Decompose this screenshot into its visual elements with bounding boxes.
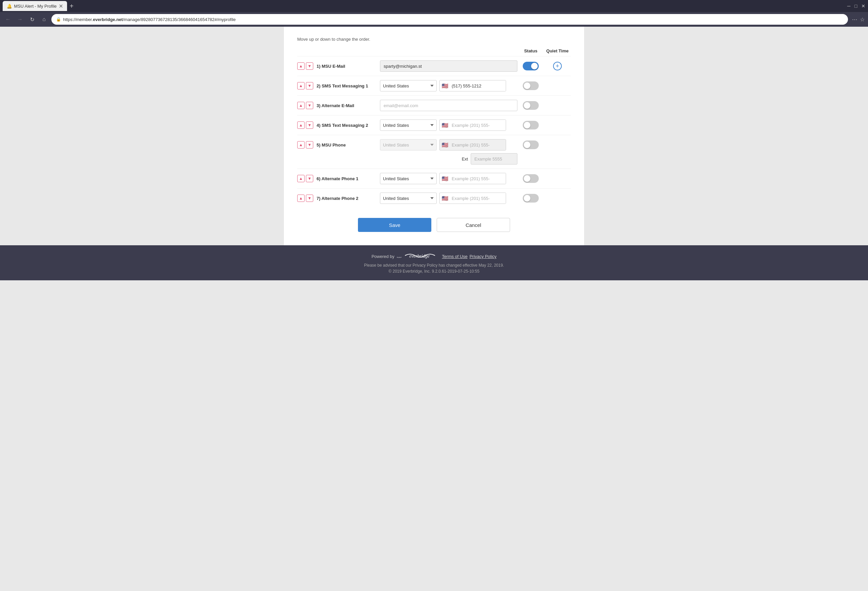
instruction-text: Move up or down to change the order. <box>297 37 571 42</box>
row-6-controls: ▲ ▼ <box>297 175 313 182</box>
alt-phone1-wrap: 🇺🇸 <box>439 173 506 184</box>
row-3-down-button[interactable]: ▼ <box>306 102 313 109</box>
row-6-toggle-wrap <box>517 174 544 183</box>
contact-row-1: ▲ ▼ 1) MSU E-Mail + <box>297 56 571 76</box>
contact-row-3: ▲ ▼ 3) Alternate E-Mail <box>297 95 571 115</box>
row-2-controls: ▲ ▼ <box>297 82 313 89</box>
sms2-phone-wrap: 🇺🇸 <box>439 120 506 131</box>
row-6-up-button[interactable]: ▲ <box>297 175 304 182</box>
browser-tab[interactable]: 🔔 MSU Alert - My Profile ✕ <box>3 1 67 11</box>
close-button[interactable]: ✕ <box>861 3 865 9</box>
back-button[interactable]: ← <box>3 15 13 24</box>
row-5-down-button[interactable]: ▼ <box>306 141 313 149</box>
row-4-status-toggle[interactable] <box>523 121 539 130</box>
msu-phone-ext-input[interactable] <box>471 153 517 164</box>
footer-logo-row: Powered by everbridge Terms of Use Priva… <box>7 252 861 261</box>
minimize-button[interactable]: ─ <box>847 3 851 9</box>
more-options-icon[interactable]: ⋯ <box>852 16 857 23</box>
everbridge-logo: everbridge <box>396 252 440 261</box>
forward-button[interactable]: → <box>15 15 25 24</box>
row-3-toggle-wrap <box>517 101 544 110</box>
alt-phone1-country-select[interactable]: United States <box>380 173 437 184</box>
row-7-toggle-wrap <box>517 194 544 202</box>
row-4-controls: ▲ ▼ <box>297 121 313 129</box>
everbridge-logo-svg: everbridge <box>403 252 440 259</box>
contact-row-5: ▲ ▼ 5) MSU Phone United States 🇺🇸 <box>297 135 571 168</box>
row-2-up-button[interactable]: ▲ <box>297 82 304 89</box>
tab-close-button[interactable]: ✕ <box>59 3 63 9</box>
row-1-toggle-knob <box>531 63 538 69</box>
row-7-inputs: United States 🇺🇸 <box>380 192 517 204</box>
browser-toolbar: ← → ↻ ⌂ 🔒 https://member.everbridge.net/… <box>0 12 868 27</box>
row-7-status-toggle[interactable] <box>523 194 539 202</box>
row-5-controls: ▲ ▼ <box>297 141 313 149</box>
contact-row-6: ▲ ▼ 6) Alternate Phone 1 United States 🇺… <box>297 168 571 188</box>
contact-row-7: ▲ ▼ 7) Alternate Phone 2 United States 🇺… <box>297 188 571 208</box>
row-5-label: 5) MSU Phone <box>317 142 380 148</box>
alt-phone2-country-select[interactable]: United States <box>380 192 437 204</box>
row-7-down-button[interactable]: ▼ <box>306 195 313 202</box>
row-5-inputs: United States 🇺🇸 <box>380 139 517 151</box>
row-6-inputs: United States 🇺🇸 <box>380 173 517 184</box>
bookmark-icon[interactable]: ☆ <box>860 16 865 23</box>
new-tab-button[interactable]: + <box>70 2 74 10</box>
address-bar[interactable]: 🔒 https://member.everbridge.net/manage/8… <box>52 14 848 25</box>
row-1-status-toggle[interactable] <box>523 62 539 70</box>
msu-email-input[interactable] <box>380 61 517 72</box>
row-5-status-toggle[interactable] <box>523 140 539 149</box>
row-3-status-toggle[interactable] <box>523 101 539 110</box>
sms1-phone-input[interactable] <box>450 80 506 91</box>
row-7-label: 7) Alternate Phone 2 <box>317 196 380 201</box>
alt-phone2-input[interactable] <box>450 193 506 204</box>
footer: Powered by everbridge Terms of Use Priva… <box>0 245 868 280</box>
row-2-down-button[interactable]: ▼ <box>306 82 313 89</box>
row-5-up-button[interactable]: ▲ <box>297 141 304 149</box>
refresh-button[interactable]: ↻ <box>27 15 37 24</box>
alt-phone1-input[interactable] <box>450 173 506 184</box>
row-6-down-button[interactable]: ▼ <box>306 175 313 182</box>
row-5-toggle-wrap <box>517 140 544 149</box>
alt-phone2-flag-icon: 🇺🇸 <box>440 195 450 202</box>
terms-of-use-link[interactable]: Terms of Use <box>442 254 468 259</box>
browser-titlebar: 🔔 MSU Alert - My Profile ✕ + ─ □ ✕ <box>0 0 868 12</box>
row-3-up-button[interactable]: ▲ <box>297 102 304 109</box>
page-background: Move up or down to change the order. Sta… <box>0 27 868 591</box>
row-3-inputs <box>380 100 517 111</box>
contact-row-2: ▲ ▼ 2) SMS Text Messaging 1 United State… <box>297 76 571 95</box>
svg-text:everbridge: everbridge <box>409 254 430 259</box>
cancel-button[interactable]: Cancel <box>437 218 510 232</box>
tab-title: MSU Alert - My Profile <box>14 4 57 9</box>
row-1-up-button[interactable]: ▲ <box>297 62 304 70</box>
toolbar-icons: ⋯ ☆ <box>852 16 865 23</box>
sms2-country-select[interactable]: United States <box>380 120 437 131</box>
msu-phone-input[interactable] <box>450 139 506 150</box>
row-4-toggle-knob <box>524 122 530 129</box>
powered-by-text: Powered by <box>372 254 395 259</box>
row-1-down-button[interactable]: ▼ <box>306 62 313 70</box>
row-4-down-button[interactable]: ▼ <box>306 121 313 129</box>
alt-email-input[interactable] <box>380 100 517 111</box>
add-quiet-time-button[interactable]: + <box>553 62 562 70</box>
column-headers: Status Quiet Time <box>377 49 571 56</box>
alt-phone2-wrap: 🇺🇸 <box>439 192 506 204</box>
privacy-policy-link[interactable]: Privacy Policy <box>469 254 496 259</box>
row-6-label: 6) Alternate Phone 1 <box>317 176 380 181</box>
row-3-controls: ▲ ▼ <box>297 102 313 109</box>
row-5-toggle-knob <box>524 142 530 148</box>
sms1-flag-icon: 🇺🇸 <box>440 83 450 89</box>
row-2-status-toggle[interactable] <box>523 81 539 90</box>
maximize-button[interactable]: □ <box>855 3 857 9</box>
row-4-toggle-wrap <box>517 121 544 130</box>
row-1-toggle-wrap <box>517 62 544 70</box>
save-button[interactable]: Save <box>358 218 431 232</box>
window-controls: ─ □ ✕ <box>847 3 865 9</box>
tab-favicon: 🔔 <box>7 4 12 9</box>
row-4-up-button[interactable]: ▲ <box>297 121 304 129</box>
row-1-inputs <box>380 61 517 72</box>
footer-copyright: © 2019 Everbridge, Inc. 9.2.0.61-2019-07… <box>7 269 861 273</box>
home-button[interactable]: ⌂ <box>39 15 49 24</box>
sms2-phone-input[interactable] <box>450 120 506 130</box>
sms1-country-select[interactable]: United States <box>380 80 437 92</box>
row-6-status-toggle[interactable] <box>523 174 539 183</box>
row-7-up-button[interactable]: ▲ <box>297 195 304 202</box>
